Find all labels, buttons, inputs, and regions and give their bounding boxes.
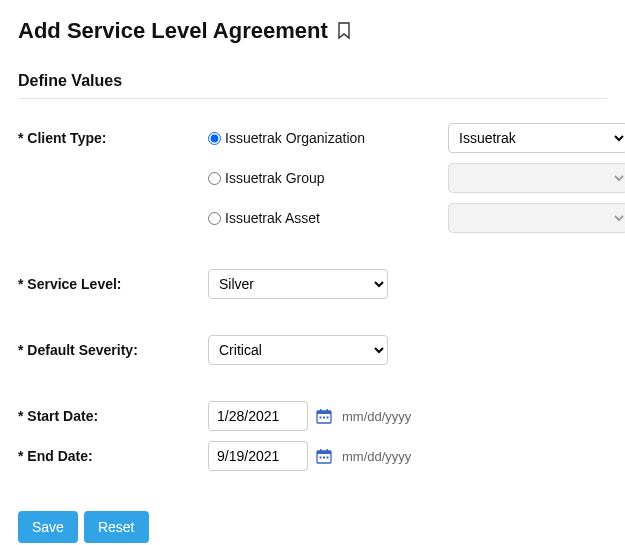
client-type-label: * Client Type: [18, 130, 208, 146]
end-date-input[interactable] [208, 441, 308, 471]
button-row: Save Reset [18, 511, 607, 543]
svg-rect-4 [320, 417, 322, 419]
radio-org[interactable] [208, 132, 221, 145]
radio-group[interactable] [208, 172, 221, 185]
calendar-icon[interactable] [316, 408, 332, 424]
svg-rect-10 [327, 449, 329, 452]
date-format-hint: mm/dd/yyyy [342, 409, 411, 424]
svg-rect-2 [320, 409, 322, 412]
start-date-input[interactable] [208, 401, 308, 431]
date-format-hint: mm/dd/yyyy [342, 449, 411, 464]
svg-rect-12 [323, 457, 325, 459]
end-date-row: * End Date: mm/dd/yyyy [18, 441, 607, 471]
start-date-row: * Start Date: mm/dd/yyyy [18, 401, 607, 431]
reset-button[interactable]: Reset [84, 511, 149, 543]
asset-select[interactable] [448, 203, 625, 233]
radio-org-label: Issuetrak Organization [225, 130, 365, 146]
svg-rect-13 [327, 457, 329, 459]
client-type-org-option: Issuetrak Organization [208, 130, 365, 146]
svg-rect-8 [317, 451, 331, 454]
service-level-select[interactable]: Silver [208, 269, 388, 299]
radio-group-label: Issuetrak Group [225, 170, 325, 186]
client-type-asset-option: Issuetrak Asset [208, 210, 320, 226]
bookmark-icon[interactable] [336, 22, 352, 40]
client-type-group-option: Issuetrak Group [208, 170, 325, 186]
service-level-row: * Service Level: Silver [18, 269, 607, 299]
svg-rect-3 [327, 409, 329, 412]
client-type-row-org: * Client Type: Issuetrak Organization Is… [18, 123, 607, 153]
service-level-label: * Service Level: [18, 276, 208, 292]
end-date-label: * End Date: [18, 448, 208, 464]
org-select[interactable]: Issuetrak [448, 123, 625, 153]
client-type-row-asset: Issuetrak Asset [18, 203, 607, 233]
svg-rect-6 [327, 417, 329, 419]
group-select[interactable] [448, 163, 625, 193]
radio-asset[interactable] [208, 212, 221, 225]
start-date-label: * Start Date: [18, 408, 208, 424]
client-type-row-group: Issuetrak Group [18, 163, 607, 193]
section-title: Define Values [18, 72, 607, 90]
page-title: Add Service Level Agreement [18, 18, 607, 44]
svg-rect-1 [317, 411, 331, 414]
svg-rect-11 [320, 457, 322, 459]
section-divider [18, 98, 607, 99]
save-button[interactable]: Save [18, 511, 78, 543]
svg-rect-5 [323, 417, 325, 419]
default-severity-select[interactable]: Critical [208, 335, 388, 365]
calendar-icon[interactable] [316, 448, 332, 464]
default-severity-label: * Default Severity: [18, 342, 208, 358]
radio-asset-label: Issuetrak Asset [225, 210, 320, 226]
page-title-text: Add Service Level Agreement [18, 18, 328, 44]
default-severity-row: * Default Severity: Critical [18, 335, 607, 365]
svg-rect-9 [320, 449, 322, 452]
